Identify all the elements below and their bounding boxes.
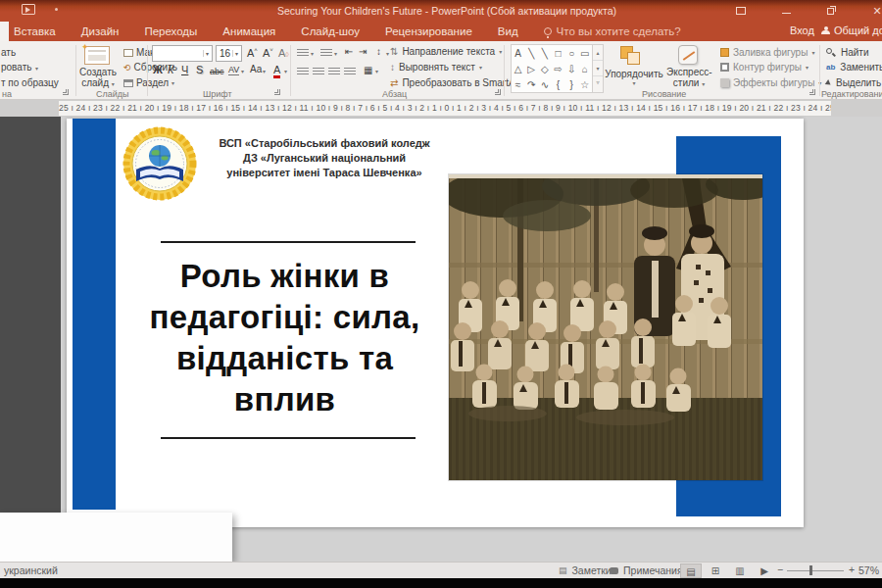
grow-font-button[interactable]: А˄: [247, 47, 258, 59]
shape-textbox[interactable]: A: [512, 46, 524, 61]
smartart-button[interactable]: ⇄ Преобразовать в SmartArt▾: [390, 77, 528, 88]
tab-insert[interactable]: Вставка: [14, 25, 56, 37]
shape-diamond[interactable]: ◇: [538, 62, 551, 76]
quick-styles-button[interactable]: Экспресс- стили ▾: [666, 67, 711, 88]
historical-class-photo[interactable]: [449, 174, 762, 480]
close-button[interactable]: ✕: [862, 3, 882, 19]
shape-star[interactable]: ☆: [578, 77, 591, 92]
share-button[interactable]: Общий доступ: [821, 24, 882, 36]
font-color-button[interactable]: А: [273, 64, 280, 78]
shape-right-triangle[interactable]: ▷: [525, 62, 538, 76]
arrange-button[interactable]: Упорядочить ▾: [604, 69, 664, 86]
decrease-indent-icon[interactable]: ⇤: [345, 46, 353, 57]
select-button[interactable]: Выделить▾: [826, 77, 882, 88]
columns-dropdown-arrow[interactable]: ▾: [375, 68, 378, 74]
shapes-scroll-up[interactable]: ▴: [593, 45, 603, 61]
line-spacing-icon[interactable]: ↕: [376, 46, 381, 57]
line-spacing-dropdown-arrow[interactable]: ▾: [386, 50, 389, 57]
slide-title-textbox[interactable]: Роль жінки в педагогіці: сила, відданіст…: [116, 256, 454, 420]
align-right-icon[interactable]: [328, 68, 340, 76]
new-slide-button[interactable]: Создать слайд ▾: [74, 67, 122, 88]
align-left-icon[interactable]: [297, 68, 309, 76]
shape-outline-button[interactable]: Контур фигуры▾: [720, 62, 808, 73]
shape-line[interactable]: ╲: [525, 46, 538, 61]
replace-button[interactable]: ab Заменить▾: [826, 62, 882, 73]
slide-left-accent-bar[interactable]: [73, 119, 116, 510]
spacing-dropdown-arrow[interactable]: ▾: [241, 68, 244, 74]
font-dialog-launcher[interactable]: [274, 89, 280, 95]
sign-in-link[interactable]: Вход: [790, 24, 814, 36]
shapes-more-button[interactable]: ▿: [593, 76, 603, 91]
shape-brace-left[interactable]: {: [552, 77, 564, 92]
restore-button[interactable]: [817, 3, 847, 19]
college-logo[interactable]: [122, 125, 198, 202]
zoom-percentage[interactable]: 57%: [858, 564, 879, 576]
shape-triangle[interactable]: △: [512, 62, 524, 76]
change-case-button[interactable]: Аа: [250, 64, 262, 74]
shape-arrow-line[interactable]: ╲: [538, 46, 551, 61]
underline-button[interactable]: Ч: [181, 64, 188, 75]
shape-arc[interactable]: ↷: [525, 77, 538, 92]
font-color-dropdown-arrow[interactable]: ▾: [284, 68, 287, 74]
zoom-out-button[interactable]: −: [777, 564, 783, 575]
tab-home-active-stub[interactable]: [0, 22, 9, 41]
columns-icon[interactable]: ▦: [364, 65, 372, 75]
font-size-combobox[interactable]: 16▾: [216, 45, 242, 62]
shape-pentagon[interactable]: ⌂: [578, 62, 591, 76]
zoom-in-button[interactable]: +: [849, 564, 855, 575]
copy-button-cut[interactable]: ровать: [1, 62, 31, 73]
slide-sorter-view-button[interactable]: ⊞: [705, 564, 726, 578]
tab-view[interactable]: Вид: [498, 25, 518, 37]
notes-button[interactable]: ▤ Заметки: [559, 564, 612, 576]
comments-button[interactable]: Примечания: [610, 564, 683, 576]
paragraph-dialog-launcher[interactable]: [495, 89, 501, 95]
shape-effects-button[interactable]: Эффекты фигуры▾: [720, 77, 821, 88]
normal-view-button[interactable]: ▤: [680, 564, 702, 578]
tell-me-box[interactable]: Что вы хотите сделать?: [544, 25, 681, 37]
slide-canvas[interactable]: ВСП «Старобільський фаховий коледж ДЗ «Л…: [67, 119, 804, 527]
text-shadow-button[interactable]: S: [196, 64, 203, 75]
strikethrough-button[interactable]: abc: [210, 67, 224, 76]
shape-arrow-right[interactable]: ⇨: [552, 62, 564, 76]
shape-rectangle[interactable]: □: [552, 46, 564, 61]
justify-icon[interactable]: [344, 68, 356, 76]
minimize-button[interactable]: [772, 3, 802, 19]
section-button[interactable]: Раздел▾: [123, 77, 174, 88]
paste-button-cut[interactable]: ать: [1, 47, 16, 58]
ribbon-display-options-button[interactable]: [727, 3, 757, 19]
find-button[interactable]: Найти: [826, 47, 869, 58]
slideshow-view-button[interactable]: ▶: [754, 564, 775, 578]
shape-freeform[interactable]: ≈: [512, 77, 524, 92]
copy-dropdown-arrow[interactable]: ▾: [35, 65, 38, 72]
shape-ellipse[interactable]: ○: [565, 46, 578, 61]
bullets-dropdown-arrow[interactable]: ▾: [311, 50, 314, 57]
tab-animations[interactable]: Анимация: [222, 25, 275, 37]
tab-transitions[interactable]: Переходы: [144, 25, 197, 37]
shape-curve[interactable]: ∿: [538, 77, 551, 92]
character-spacing-button[interactable]: AV: [228, 65, 239, 75]
shape-arrow-down[interactable]: ⇩: [565, 62, 578, 76]
zoom-slider-thumb[interactable]: [809, 565, 812, 575]
tab-review[interactable]: Рецензирование: [385, 25, 472, 37]
shrink-font-button[interactable]: А˅: [263, 47, 273, 59]
zoom-slider-track[interactable]: [787, 570, 844, 571]
shape-fill-button[interactable]: Заливка фигуры▾: [720, 47, 814, 58]
shape-rounded-rectangle[interactable]: ▭: [578, 46, 591, 61]
font-name-combobox[interactable]: ▾: [152, 45, 213, 62]
bold-button[interactable]: Ж: [153, 64, 163, 75]
clipboard-dialog-launcher[interactable]: [63, 89, 69, 95]
tab-design[interactable]: Дизайн: [81, 25, 120, 37]
undo-quick-access-icon[interactable]: [55, 8, 58, 11]
institution-textbox[interactable]: ВСП «Старобільський фаховий коледж ДЗ «Л…: [202, 136, 447, 180]
case-dropdown-arrow[interactable]: ▾: [263, 68, 266, 74]
shapes-scroll-down[interactable]: ▾: [593, 61, 603, 76]
numbering-dropdown-arrow[interactable]: ▾: [334, 50, 337, 57]
shape-brace-right[interactable]: }: [565, 77, 578, 92]
increase-indent-icon[interactable]: ⇥: [359, 46, 367, 57]
clear-formatting-button[interactable]: А◊: [278, 47, 289, 59]
align-center-icon[interactable]: [313, 68, 324, 76]
slideshow-quick-access-icon[interactable]: [22, 4, 35, 15]
text-direction-button[interactable]: ⇅ Направление текста▾: [390, 46, 502, 57]
format-painter-button-cut[interactable]: т по образцу: [1, 77, 59, 88]
italic-button[interactable]: К: [168, 64, 173, 75]
